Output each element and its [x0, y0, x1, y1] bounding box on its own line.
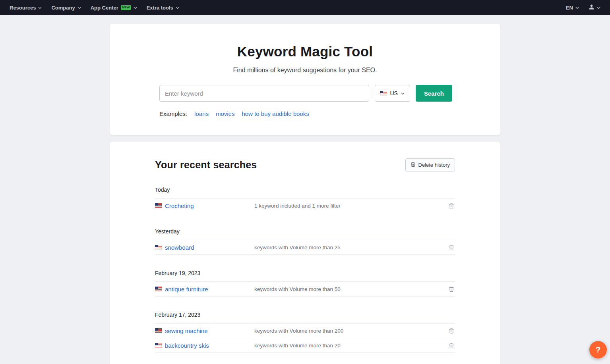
group-date: February 19, 2023 [155, 267, 455, 282]
database-selector[interactable]: US [375, 85, 410, 102]
us-flag-icon [380, 91, 387, 96]
delete-history-button[interactable]: Delete history [405, 158, 455, 171]
nav-resources-label: Resources [10, 5, 36, 11]
page-subtitle: Find millions of keyword suggestions for… [110, 67, 500, 74]
us-flag-icon [155, 287, 162, 291]
example-link-audible[interactable]: how to buy audible books [242, 110, 309, 117]
keyword-cell: antique furniture [155, 286, 254, 293]
recent-group: Yesterday snowboard keywords with Volume… [155, 225, 455, 255]
group-date: February 17, 2023 [155, 308, 455, 324]
recent-search-row: antique furniture keywords with Volume m… [155, 282, 455, 297]
chevron-down-icon [575, 7, 579, 9]
recent-search-row: backcountry skis keywords with Volume mo… [155, 338, 455, 353]
delete-history-label: Delete history [418, 162, 450, 168]
search-details: keywords with Volume more than 50 [254, 286, 448, 292]
group-date: Yesterday [155, 225, 455, 240]
chevron-down-icon [401, 92, 405, 95]
navbar-right: EN [561, 0, 605, 15]
delete-row-button[interactable] [448, 202, 455, 210]
chevron-down-icon [134, 7, 137, 9]
language-label: EN [566, 5, 573, 11]
delete-row-button[interactable] [448, 342, 455, 349]
example-link-loans[interactable]: loans [194, 110, 209, 117]
chevron-down-icon [38, 7, 42, 9]
recent-group: February 17, 2023 sewing machine keyword… [155, 308, 455, 353]
search-details: 1 keyword included and 1 more filter [254, 203, 448, 209]
recent-searches-card: Your recent searches Delete history Toda… [110, 142, 500, 364]
recent-group: February 19, 2023 antique furniture keyw… [155, 267, 455, 297]
recent-search-row: snowboard keywords with Volume more than… [155, 240, 455, 255]
keyword-link[interactable]: snowboard [165, 244, 194, 251]
new-badge: NEW [121, 5, 131, 10]
help-button[interactable]: ? [589, 341, 607, 358]
us-flag-icon [155, 343, 162, 348]
examples-row: Examples: loans movies how to buy audibl… [159, 110, 452, 117]
us-flag-icon [155, 245, 162, 250]
trash-icon [411, 162, 416, 168]
recent-header: Your recent searches Delete history [155, 158, 455, 171]
group-date: Today [155, 183, 455, 198]
examples-label: Examples: [159, 110, 187, 117]
keyword-link[interactable]: backcountry skis [165, 342, 209, 349]
keyword-cell: Crocheting [155, 202, 254, 209]
keyword-link[interactable]: antique furniture [165, 286, 208, 293]
page-title: Keyword Magic Tool [110, 44, 500, 60]
delete-row-button[interactable] [448, 327, 455, 335]
user-icon [589, 4, 595, 11]
nav-company[interactable]: Company [46, 0, 85, 15]
top-navbar: Resources Company App Center NEW Extra t… [0, 0, 610, 15]
chevron-down-icon [597, 7, 600, 9]
nav-resources[interactable]: Resources [5, 0, 46, 15]
profile-menu[interactable] [584, 0, 605, 15]
nav-app-center-label: App Center [91, 5, 118, 11]
nav-extra-tools[interactable]: Extra tools [142, 0, 184, 15]
keyword-cell: sewing machine [155, 327, 254, 334]
search-row: US Search [159, 85, 452, 102]
keyword-link[interactable]: sewing machine [165, 327, 208, 334]
us-flag-icon [155, 203, 162, 208]
nav-company-label: Company [51, 5, 75, 11]
us-flag-icon [155, 328, 162, 333]
chevron-down-icon [77, 7, 81, 9]
search-details: keywords with Volume more than 20 [254, 343, 448, 349]
keyword-cell: snowboard [155, 244, 254, 251]
recent-search-row: sewing machine keywords with Volume more… [155, 324, 455, 338]
language-selector[interactable]: EN [561, 0, 584, 15]
search-details: keywords with Volume more than 25 [254, 245, 448, 250]
recent-searches-title: Your recent searches [155, 159, 257, 171]
recent-search-row: Crocheting 1 keyword included and 1 more… [155, 198, 455, 213]
search-details: keywords with Volume more than 200 [254, 328, 448, 334]
recent-group: Today Crocheting 1 keyword included and … [155, 183, 455, 213]
keyword-link[interactable]: Crocheting [165, 202, 194, 209]
search-button[interactable]: Search [416, 85, 452, 102]
delete-row-button[interactable] [448, 244, 455, 251]
keyword-cell: backcountry skis [155, 342, 254, 349]
example-link-movies[interactable]: movies [216, 110, 235, 117]
keyword-magic-card: Keyword Magic Tool Find millions of keyw… [110, 24, 500, 135]
navbar-left: Resources Company App Center NEW Extra t… [5, 0, 184, 15]
nav-extra-tools-label: Extra tools [147, 5, 173, 11]
page-content: Keyword Magic Tool Find millions of keyw… [0, 15, 610, 364]
nav-app-center[interactable]: App Center NEW [86, 0, 142, 15]
delete-row-button[interactable] [448, 285, 455, 293]
database-value: US [390, 90, 398, 96]
keyword-input[interactable] [159, 85, 369, 102]
chevron-down-icon [176, 7, 179, 9]
